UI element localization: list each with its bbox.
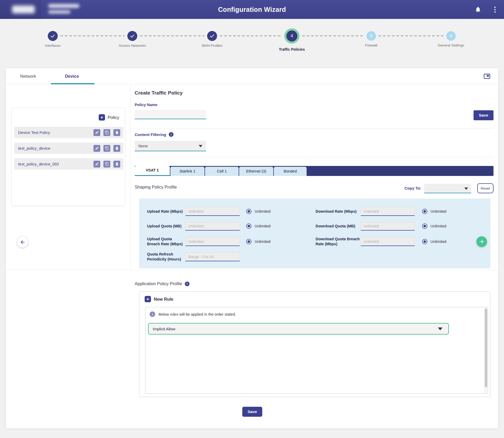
next-arrow-button[interactable] bbox=[476, 236, 487, 247]
tab-starlink-1[interactable]: Starlink 1 bbox=[170, 167, 204, 176]
policy-name-input[interactable] bbox=[135, 110, 206, 119]
copy-icon[interactable] bbox=[103, 145, 110, 152]
upload-breach-unlimited-radio[interactable] bbox=[246, 239, 251, 244]
upload-quota-unlimited-radio[interactable] bbox=[246, 223, 251, 229]
delete-icon[interactable] bbox=[113, 161, 120, 168]
policy-list-panel: + Policy Device Test Policy test_policy_… bbox=[11, 108, 125, 206]
divider bbox=[135, 157, 494, 157]
divider bbox=[135, 128, 494, 129]
step-wan-profiles[interactable]: WAN Profiles bbox=[183, 19, 241, 48]
upload-rate-unlimited-radio[interactable] bbox=[246, 209, 251, 214]
info-icon[interactable]: i bbox=[169, 132, 174, 137]
save-policy-button[interactable]: Save bbox=[242, 407, 262, 417]
upload-breach-rate-input[interactable] bbox=[185, 237, 240, 246]
quota-row: Upload Quota (MB) Unlimited Download Quo… bbox=[147, 221, 480, 232]
policy-list-item[interactable]: Device Test Policy bbox=[14, 127, 123, 138]
upload-breach-rate-label: Upload Quota Breach Rate (Mbps) bbox=[147, 237, 185, 247]
tab-cell-1[interactable]: Cell 1 bbox=[205, 167, 239, 176]
upload-rate-input[interactable] bbox=[185, 207, 240, 216]
plus-icon: + bbox=[145, 296, 151, 302]
implicit-allow-select[interactable]: Implicit Allow bbox=[148, 323, 449, 335]
check-icon bbox=[48, 31, 58, 41]
chevron-down-icon bbox=[464, 187, 468, 190]
traffic-policy-form: Create Traffic Policy Policy Name Save C… bbox=[135, 84, 494, 429]
upload-quota-input[interactable] bbox=[185, 222, 240, 231]
download-rate-unlimited-radio[interactable] bbox=[422, 209, 427, 214]
application-policy-title-row: Application Policy Profile i bbox=[135, 281, 190, 286]
rules-note-text: Below rules will be applied in the order… bbox=[159, 312, 236, 316]
download-rate-label: Download Rate (Mbps) bbox=[316, 209, 361, 214]
back-button[interactable] bbox=[17, 237, 28, 248]
wizard-stepper: Interfaces Access Networks WAN Profiles … bbox=[0, 19, 504, 68]
view-tab-bar: Network Device bbox=[6, 68, 498, 84]
download-quota-unlimited-radio[interactable] bbox=[422, 223, 427, 229]
download-quota-input[interactable] bbox=[361, 222, 415, 231]
content-filtering-label-row: Content Filtering i bbox=[135, 132, 174, 137]
copy-icon[interactable] bbox=[103, 129, 110, 136]
copy-to-label: Copy To: bbox=[405, 186, 421, 190]
download-breach-unlimited-radio[interactable] bbox=[422, 239, 427, 244]
reset-button[interactable]: Reset bbox=[477, 183, 494, 193]
breach-rate-row: Upload Quota Breach Rate (Mbps) Unlimite… bbox=[147, 235, 480, 248]
policy-list-item[interactable]: test_policy_device bbox=[14, 143, 123, 154]
save-button[interactable]: Save bbox=[474, 110, 494, 120]
step-number: 4 bbox=[286, 30, 297, 41]
step-interfaces[interactable]: Interfaces bbox=[24, 19, 82, 48]
upload-quota-label: Upload Quota (MB) bbox=[147, 224, 185, 229]
download-breach-rate-input[interactable] bbox=[361, 237, 415, 246]
copy-icon[interactable] bbox=[103, 161, 110, 168]
app-header: Configuration Wizard bbox=[0, 0, 504, 19]
overflow-menu-icon[interactable] bbox=[493, 6, 497, 13]
shaping-profile-title: Shaping Policy Profile bbox=[135, 185, 177, 190]
interface-tab-bar: VSAT 1 Starlink 1 Cell 1 Ethernet (3) Bo… bbox=[135, 166, 494, 176]
new-rule-button[interactable]: + New Rule bbox=[145, 296, 173, 302]
step-number: 5 bbox=[366, 31, 376, 41]
plus-icon: + bbox=[99, 114, 105, 121]
tab-ethernet-3[interactable]: Ethernet (3) bbox=[239, 167, 273, 176]
quota-refresh-label: Quota Refresh Periodicity (Hours) bbox=[147, 252, 185, 262]
copy-to-select[interactable] bbox=[424, 184, 471, 193]
info-icon[interactable]: i bbox=[185, 281, 190, 286]
policy-list-item[interactable]: test_policy_device_002 bbox=[14, 158, 123, 170]
notifications-bell-icon[interactable] bbox=[475, 6, 481, 13]
info-icon: i bbox=[150, 311, 155, 317]
step-number: 6 bbox=[446, 31, 456, 41]
quota-refresh-row: Quota Refresh Periodicity (Hours) bbox=[147, 251, 480, 263]
download-breach-rate-label: Download Quota Breach Rate (Mbps) bbox=[316, 237, 361, 247]
tab-network[interactable]: Network bbox=[12, 68, 44, 84]
active-step-ring: 4 bbox=[284, 28, 300, 44]
delete-icon[interactable] bbox=[113, 129, 120, 136]
check-icon bbox=[127, 31, 137, 41]
content-filtering-select[interactable]: None bbox=[135, 141, 206, 151]
step-access-networks[interactable]: Access Networks bbox=[103, 19, 161, 48]
rules-note-row: i Below rules will be applied in the ord… bbox=[150, 311, 236, 317]
policy-name-label: Policy Name bbox=[135, 103, 157, 107]
tab-vsat-1[interactable]: VSAT 1 bbox=[135, 166, 170, 176]
download-rate-input[interactable] bbox=[361, 207, 415, 216]
add-policy-button[interactable]: + Policy bbox=[99, 114, 119, 121]
download-quota-label: Download Quota (MB) bbox=[316, 224, 361, 229]
quota-refresh-input[interactable] bbox=[185, 252, 240, 261]
chevron-down-icon bbox=[199, 145, 202, 147]
step-traffic-policies[interactable]: 4 Traffic Policies bbox=[263, 19, 321, 51]
rules-list-box: i Below rules will be applied in the ord… bbox=[145, 307, 488, 394]
rate-row: Upload Rate (Mbps) Unlimited Download Ra… bbox=[147, 206, 480, 217]
panel-layout-icon[interactable] bbox=[484, 73, 490, 79]
card-body: + Policy Device Test Policy test_policy_… bbox=[6, 84, 498, 429]
step-general-settings[interactable]: 6 General Settings bbox=[422, 19, 480, 47]
upload-rate-label: Upload Rate (Mbps) bbox=[147, 209, 185, 214]
tab-bonded[interactable]: Bonded bbox=[274, 167, 307, 176]
scrollbar-thumb[interactable] bbox=[485, 309, 487, 387]
content-filtering-label: Content Filtering bbox=[135, 132, 166, 137]
check-icon bbox=[207, 31, 217, 41]
step-firewall[interactable]: 5 Firewall bbox=[342, 19, 400, 47]
edit-icon[interactable] bbox=[93, 129, 100, 136]
scrollbar-track[interactable] bbox=[484, 308, 487, 393]
shaping-fields-panel: Upload Rate (Mbps) Unlimited Download Ra… bbox=[139, 199, 490, 268]
application-policy-panel: + New Rule i Below rules will be applied… bbox=[139, 291, 490, 397]
chevron-down-icon bbox=[438, 327, 443, 330]
edit-icon[interactable] bbox=[93, 145, 100, 152]
edit-icon[interactable] bbox=[93, 161, 100, 168]
tab-device[interactable]: Device bbox=[51, 68, 93, 84]
delete-icon[interactable] bbox=[113, 145, 120, 152]
